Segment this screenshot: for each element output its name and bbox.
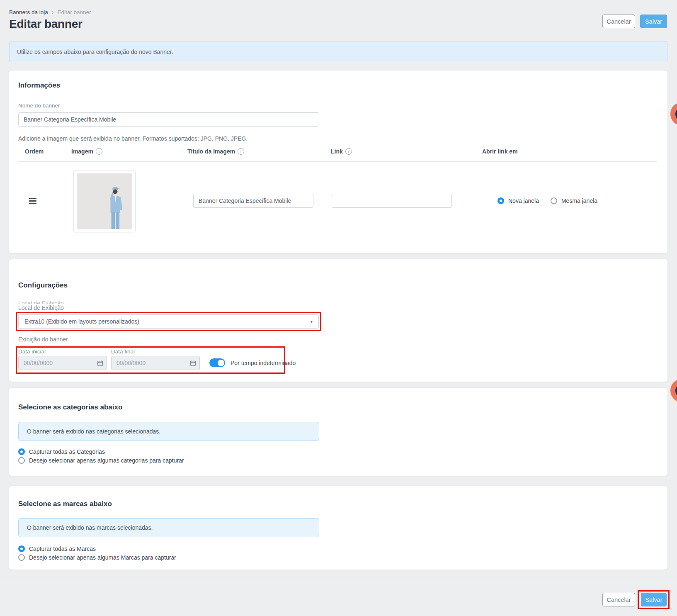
- breadcrumb: Banners da loja › Editar banner: [9, 9, 91, 15]
- calendar-icon[interactable]: [190, 356, 196, 370]
- column-header-abrir-link: Abrir link em: [482, 148, 518, 155]
- open-link-radio-group: Nova janela Mesma janela: [497, 197, 597, 204]
- column-header-ordem-label: Ordem: [25, 148, 44, 155]
- person-illustration: [101, 185, 132, 229]
- indeterminate-label: Por tempo indeterminado: [231, 360, 296, 366]
- data-inicial-input[interactable]: [18, 356, 107, 370]
- radio-capturar-todas-marcas-label: Capturar todas as Marcas: [29, 545, 96, 552]
- radio-capturar-todas-marcas[interactable]: Capturar todas as Marcas: [18, 545, 96, 552]
- breadcrumb-parent-link[interactable]: Banners da loja: [9, 9, 48, 15]
- categorias-heading: Selecione as categorias abaixo: [18, 403, 122, 411]
- breadcrumb-current: Editar banner: [58, 9, 91, 15]
- table-header-divider: [18, 161, 657, 162]
- data-final-label: Data final: [111, 348, 135, 355]
- radio-mesma-janela[interactable]: Mesma janela: [551, 197, 597, 204]
- info-icon[interactable]: i: [345, 148, 352, 155]
- save-button-top[interactable]: Salvar: [640, 15, 667, 28]
- radio-mesma-janela-label: Mesma janela: [561, 197, 597, 204]
- local-exibicao-select[interactable]: Extra10 (Exibido em layouts personalizad…: [18, 314, 319, 329]
- marcas-info-text: O banner será exibido nas marcas selecio…: [27, 524, 153, 531]
- info-icon[interactable]: i: [238, 148, 244, 155]
- banner-name-label: Nome do banner: [18, 102, 60, 109]
- data-inicial-label: Data inicial: [18, 348, 46, 355]
- column-header-abrir-link-label: Abrir link em: [482, 148, 518, 155]
- edit-banner-page: Banners da loja › Editar banner Editar b…: [0, 0, 677, 616]
- page-info-alert: Utilize os campos abaixo para configuraç…: [9, 41, 667, 62]
- data-final-field: [111, 356, 200, 370]
- radio-nova-janela-label: Nova janela: [508, 197, 539, 204]
- radio-nova-janela[interactable]: Nova janela: [497, 197, 539, 204]
- floating-widget-icon: [675, 384, 677, 398]
- exibicao-banner-label: Exibição do banner: [18, 336, 68, 343]
- radio-unchecked-icon[interactable]: [551, 197, 557, 204]
- image-help-text: Adicione a imagem que será exibida no ba…: [18, 135, 248, 142]
- floating-widget-button-bottom[interactable]: [670, 379, 677, 402]
- column-header-imagem: Imagemi: [71, 148, 102, 155]
- radio-selecionar-categorias[interactable]: Desejo selecionar apenas algumas categor…: [18, 457, 184, 464]
- radio-checked-icon[interactable]: [18, 448, 25, 455]
- floating-widget-icon: [675, 107, 677, 121]
- save-button-bottom[interactable]: Salvar: [641, 593, 667, 606]
- radio-unchecked-icon[interactable]: [18, 457, 25, 464]
- cancel-button-bottom[interactable]: Cancelar: [602, 593, 635, 606]
- radio-capturar-todas-categorias-label: Capturar todas as Categorias: [29, 448, 105, 455]
- footer-divider: [0, 583, 677, 583]
- configuracoes-heading: Configurações: [18, 281, 68, 290]
- column-header-titulo-label: Título da Imagem: [187, 148, 235, 155]
- marcas-heading: Selecione as marcas abaixo: [18, 500, 112, 508]
- info-icon[interactable]: i: [96, 148, 102, 155]
- local-exibicao-selected-value: Extra10 (Exibido em layouts personalizad…: [24, 318, 139, 325]
- informacoes-heading: Informações: [18, 81, 60, 90]
- column-header-ordem: Ordem: [25, 148, 44, 155]
- radio-capturar-todas-categorias[interactable]: Capturar todas as Categorias: [18, 448, 105, 455]
- local-exibicao-label: Local de Exibição: [18, 304, 64, 311]
- data-final-input[interactable]: [111, 356, 200, 370]
- radio-selecionar-categorias-label: Desejo selecionar apenas algumas categor…: [29, 457, 184, 464]
- breadcrumb-separator-icon: ›: [52, 9, 54, 15]
- radio-selecionar-marcas[interactable]: Desejo selecionar apenas algumas Marcas …: [18, 554, 176, 561]
- page-title: Editar banner: [9, 17, 83, 31]
- banner-image-thumbnail[interactable]: [73, 170, 136, 232]
- column-header-imagem-label: Imagem: [71, 148, 93, 155]
- column-header-link-label: Link: [331, 148, 343, 155]
- data-inicial-field: [18, 356, 107, 370]
- calendar-icon[interactable]: [97, 356, 103, 370]
- radio-checked-icon[interactable]: [18, 545, 25, 552]
- marcas-info-box: O banner será exibido nas marcas selecio…: [18, 518, 319, 537]
- column-header-titulo: Título da Imagemi: [187, 148, 244, 155]
- toggle-knob: [218, 360, 224, 366]
- radio-selecionar-marcas-label: Desejo selecionar apenas algumas Marcas …: [29, 554, 176, 561]
- radio-checked-icon[interactable]: [497, 197, 504, 204]
- cancel-button-top[interactable]: Cancelar: [602, 15, 635, 28]
- categorias-info-box: O banner será exibido nas categorias sel…: [18, 422, 319, 441]
- image-title-input[interactable]: [193, 194, 313, 208]
- drag-handle-icon[interactable]: [29, 198, 36, 204]
- indeterminate-toggle-row: Por tempo indeterminado: [209, 358, 296, 367]
- banner-image: [77, 173, 132, 229]
- column-header-link: Linki: [331, 148, 352, 155]
- chevron-down-icon: ▾: [310, 319, 313, 324]
- categorias-info-text: O banner será exibido nas categorias sel…: [27, 428, 160, 435]
- alert-text: Utilize os campos abaixo para configuraç…: [17, 49, 173, 55]
- floating-widget-button-top[interactable]: [670, 102, 677, 126]
- banner-name-input[interactable]: [18, 112, 319, 127]
- indeterminate-toggle[interactable]: [209, 358, 225, 367]
- radio-unchecked-icon[interactable]: [18, 554, 25, 561]
- image-link-input[interactable]: [332, 194, 452, 208]
